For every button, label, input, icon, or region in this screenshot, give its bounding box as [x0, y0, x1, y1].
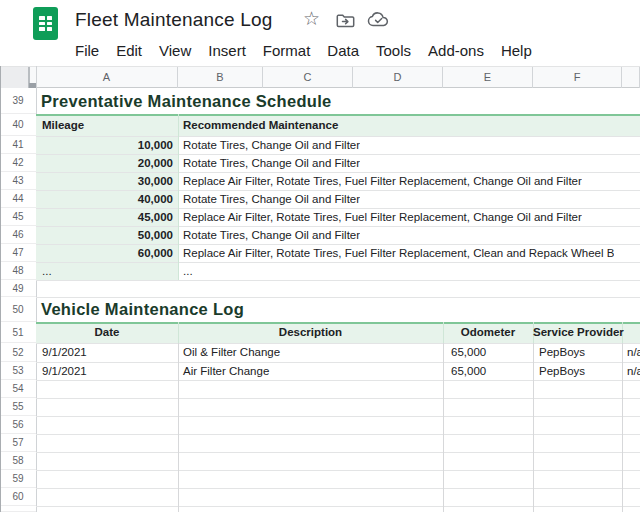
cell-log-description[interactable]: Oil & Filter Change — [183, 343, 280, 362]
select-all-corner[interactable] — [0, 67, 30, 88]
cell-maintenance-value[interactable]: Rotate Tires, Change Oil and Filter — [183, 190, 360, 208]
row-header-52[interactable]: 52 — [0, 343, 36, 362]
table-border-vertical — [622, 343, 623, 512]
row-header-54[interactable]: 54 — [0, 380, 36, 398]
cell-maintenance-value[interactable]: Replace Air Filter, Rotate Tires, Fuel F… — [183, 208, 582, 226]
row-header-60[interactable]: 60 — [0, 488, 36, 506]
sheet-left-edge — [0, 66, 1, 512]
table-border-vertical — [443, 343, 444, 512]
cell-maintenance-value[interactable]: Rotate Tires, Change Oil and Filter — [183, 136, 360, 154]
mileage-cell-fill — [36, 262, 178, 280]
gridline-horizontal — [36, 506, 640, 507]
column-header-F[interactable]: F — [533, 67, 622, 88]
cell-log-extra[interactable]: n/a — [627, 343, 640, 362]
row-header-42[interactable]: 42 — [0, 154, 36, 172]
row-header-46[interactable]: 46 — [0, 226, 36, 244]
cell-mileage-value[interactable]: 60,000 — [36, 244, 173, 262]
gridline-horizontal — [36, 380, 640, 381]
cell-odometer-header[interactable]: Odometer — [443, 322, 533, 343]
gridline-horizontal — [36, 434, 640, 435]
gutter-right-border — [36, 66, 37, 512]
cell-maintenance-value[interactable]: Rotate Tires, Change Oil and Filter — [183, 226, 360, 244]
cell-maintenance-value[interactable]: Replace Air Filter, Rotate Tires, Fuel F… — [183, 172, 582, 190]
cell-mileage-value[interactable]: 20,000 — [36, 154, 173, 172]
column-header-E[interactable]: E — [443, 67, 533, 88]
gridline-horizontal — [36, 280, 640, 281]
cell-maintenance-header[interactable]: Recommended Maintenance — [183, 114, 338, 136]
cell-date-header[interactable]: Date — [36, 322, 178, 343]
column-header-D[interactable]: D — [353, 67, 443, 88]
column-header-C[interactable]: C — [263, 67, 353, 88]
cell-log-date[interactable]: 9/1/2021 — [42, 343, 87, 362]
column-header-g[interactable] — [622, 67, 640, 88]
row-header-39[interactable]: 39 — [0, 88, 36, 114]
cell-log-odometer[interactable]: 65,000 — [451, 343, 486, 362]
row-header-41[interactable]: 41 — [0, 136, 36, 154]
cell-mileage-value[interactable]: 10,000 — [36, 136, 173, 154]
cell-ellipsis-maintenance[interactable]: ... — [183, 262, 193, 280]
row-header-55[interactable]: 55 — [0, 398, 36, 416]
gridline-horizontal — [36, 416, 640, 417]
cell-vehicle-title[interactable]: Vehicle Maintenance Log — [41, 297, 244, 322]
row-header-57[interactable]: 57 — [0, 434, 36, 452]
gridline-horizontal — [36, 262, 640, 263]
row-header-53[interactable]: 53 — [0, 362, 36, 380]
cell-log-description[interactable]: Air Filter Change — [183, 362, 269, 380]
row-header-51[interactable]: 51 — [0, 322, 36, 343]
cell-log-date[interactable]: 9/1/2021 — [42, 362, 87, 380]
row-header-59[interactable]: 59 — [0, 470, 36, 488]
cell-log-extra[interactable]: n/a — [627, 362, 640, 380]
row-header-48[interactable]: 48 — [0, 262, 36, 280]
cell-description-header[interactable]: Description — [178, 322, 443, 343]
row-header-49[interactable]: 49 — [0, 280, 36, 297]
row-header-partial[interactable] — [0, 506, 36, 512]
row-header-40[interactable]: 40 — [0, 114, 36, 136]
cell-maintenance-value[interactable]: Replace Air Filter, Rotate Tires, Fuel F… — [183, 244, 614, 262]
column-separator-green — [178, 114, 179, 280]
cell-maintenance-value[interactable]: Rotate Tires, Change Oil and Filter — [183, 154, 360, 172]
cell-mileage-value[interactable]: 30,000 — [36, 172, 173, 190]
cell-mileage-value[interactable]: 50,000 — [36, 226, 173, 244]
gridline-horizontal — [36, 488, 640, 489]
cell-mileage-value[interactable]: 40,000 — [36, 190, 173, 208]
row-header-47[interactable]: 47 — [0, 244, 36, 262]
row-header-45[interactable]: 45 — [0, 208, 36, 226]
cell-preventative-title[interactable]: Preventative Maintenance Schedule — [41, 88, 332, 114]
cell-provider-header[interactable]: Service Provider — [533, 322, 622, 343]
row-header-50[interactable]: 50 — [0, 297, 36, 322]
row-header-58[interactable]: 58 — [0, 452, 36, 470]
column-header-A[interactable]: A — [36, 67, 178, 88]
cell-ellipsis-mileage[interactable]: ... — [42, 262, 52, 280]
table-border-vertical — [533, 343, 534, 512]
cell-mileage-header[interactable]: Mileage — [42, 114, 84, 136]
spreadsheet-grid: ABCDEF 394041424344454647484950515253545… — [0, 0, 640, 512]
row-header-43[interactable]: 43 — [0, 172, 36, 190]
cell-log-odometer[interactable]: 65,000 — [451, 362, 486, 380]
row-header-44[interactable]: 44 — [0, 190, 36, 208]
google-sheets-app: Fleet Maintenance Log ☆ FileEditViewInse… — [0, 0, 640, 512]
column-header-B[interactable]: B — [178, 67, 263, 88]
cell-log-provider[interactable]: PepBoys — [539, 362, 585, 380]
cell-mileage-value[interactable]: 45,000 — [36, 208, 173, 226]
row-header-56[interactable]: 56 — [0, 416, 36, 434]
cell-log-provider[interactable]: PepBoys — [539, 343, 585, 362]
gridline-horizontal — [36, 398, 640, 399]
column-header-strip: ABCDEF — [0, 66, 640, 88]
gridline-horizontal — [36, 470, 640, 471]
gridline-horizontal — [36, 452, 640, 453]
table-border-vertical — [178, 343, 179, 512]
